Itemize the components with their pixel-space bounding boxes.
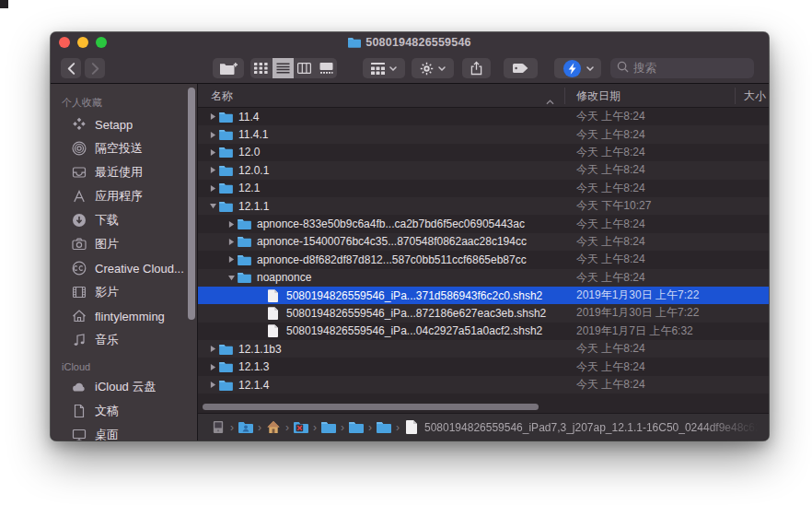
list-row[interactable]: 12.1.1 今天 下午10:27	[198, 197, 769, 215]
path-item-computer[interactable]	[211, 420, 226, 434]
disclosure-open-icon[interactable]	[207, 203, 219, 209]
icon-view-button[interactable]	[250, 58, 273, 78]
disclosure-closed-icon[interactable]	[207, 148, 219, 157]
search-field[interactable]	[610, 58, 754, 78]
list-row[interactable]: 12.1 今天 上午8:24	[198, 180, 769, 197]
list-row[interactable]: 5080194826559546_iPa...872186e627eac3eb.…	[198, 304, 769, 322]
sidebar-item-pictures[interactable]: 图片	[51, 232, 197, 256]
sidebar-item-label: Creative Cloud...	[95, 262, 184, 276]
desktop-icon	[71, 428, 87, 440]
disclosure-closed-icon[interactable]	[207, 184, 219, 193]
list-row[interactable]: 12.1.4 今天 上午8:24	[198, 376, 769, 393]
sidebar-item-home[interactable]: flintylemming	[51, 304, 197, 328]
column-view-button[interactable]	[294, 58, 316, 78]
row-name: 11.4.1	[238, 128, 268, 141]
zoom-button[interactable]	[96, 37, 107, 48]
back-button[interactable]	[61, 58, 81, 78]
disclosure-closed-icon[interactable]	[226, 255, 238, 264]
path-item-filename: 5080194826559546_iPad7,3_j207ap_12.1.1-1…	[424, 421, 761, 434]
disclosure-closed-icon[interactable]	[207, 112, 219, 121]
list-row[interactable]: 12.1.1b3 今天 上午8:24	[198, 340, 769, 358]
list-view-button[interactable]	[273, 58, 295, 78]
new-folder-button[interactable]	[213, 58, 244, 78]
title-bar[interactable]: 5080194826559546	[51, 32, 769, 53]
sidebar-item-label: 应用程序	[95, 188, 143, 205]
path-item-folder-2[interactable]	[349, 420, 364, 434]
share-button[interactable]	[462, 58, 491, 78]
list-row[interactable]: 5080194826559546_iPa...04c2927a51a0acf2.…	[198, 323, 769, 340]
list-row[interactable]: 12.0 今天 上午8:24	[198, 144, 769, 161]
list-row[interactable]: apnonce-15400076bc4c35...870548f0862aac2…	[198, 233, 769, 251]
column-header-name[interactable]: 名称	[211, 88, 233, 104]
sidebar-item-applications[interactable]: 应用程序	[51, 184, 197, 208]
row-date-modified: 今天 下午10:27	[576, 198, 651, 214]
list-row[interactable]: 11.4.1 今天 上午8:24	[198, 125, 769, 143]
column-header-date-modified[interactable]: 修改日期	[576, 88, 621, 104]
window-title-group: 5080194826559546	[348, 36, 470, 49]
search-input[interactable]	[633, 62, 748, 75]
list-row[interactable]: apnonce-833e50b9c6a4fb...ca2b7bd6f5ec069…	[198, 215, 769, 232]
tag-icon	[512, 63, 529, 74]
sidebar-item-icloud-drive[interactable]: iCloud 云盘	[51, 375, 197, 399]
creative-cloud-icon	[71, 261, 87, 276]
path-item-users[interactable]	[238, 420, 253, 434]
path-item-app-folder[interactable]	[294, 420, 308, 434]
disclosure-closed-icon[interactable]	[207, 363, 219, 371]
tag-button[interactable]	[504, 58, 538, 78]
row-date-modified: 今天 上午8:24	[576, 109, 645, 124]
minimize-button[interactable]	[77, 37, 88, 48]
disclosure-open-icon[interactable]	[226, 275, 238, 281]
disclosure-closed-icon[interactable]	[226, 238, 238, 246]
action-menu-button[interactable]	[412, 58, 454, 78]
gallery-view-button[interactable]	[316, 58, 338, 78]
disclosure-closed-icon[interactable]	[207, 131, 219, 139]
badged-folder-icon	[294, 420, 308, 434]
window-title: 5080194826559546	[365, 36, 470, 49]
disclosure-closed-icon[interactable]	[207, 345, 219, 353]
list-row[interactable]: 12.0.1 今天 上午8:24	[198, 161, 769, 179]
column-divider[interactable]	[735, 88, 736, 104]
sidebar-item-desktop[interactable]: 桌面	[51, 423, 197, 440]
path-separator: ›	[258, 421, 261, 434]
column-header-size[interactable]: 大小	[744, 88, 766, 104]
path-item-folder-3[interactable]	[377, 420, 391, 434]
sidebar-scrollbar-thumb[interactable]	[188, 88, 195, 320]
list-row[interactable]: 11.4 今天 上午8:24	[198, 108, 769, 125]
sidebar-item-creative-cloud[interactable]: Creative Cloud...	[51, 256, 197, 280]
horizontal-scrollbar-thumb[interactable]	[203, 404, 539, 410]
disclosure-closed-icon[interactable]	[207, 381, 219, 389]
search-icon	[617, 60, 629, 76]
chevron-right-icon	[91, 63, 99, 75]
folder-icon	[349, 420, 364, 434]
list-row[interactable]: 5080194826559546_iPa...371d586943f6c2c0.…	[198, 287, 769, 304]
users-folder-icon	[238, 420, 253, 434]
list-row[interactable]: apnonce-d8f682df87d812...587c0bb511ccf68…	[198, 251, 769, 268]
file-list: 11.4 今天 上午8:24 11.4.1 今天 上午8:24 12.0 今天 …	[198, 108, 769, 402]
folder-icon	[219, 129, 235, 140]
disclosure-closed-icon[interactable]	[207, 166, 219, 174]
sidebar-item-airdrop[interactable]: 隔空投送	[51, 136, 197, 160]
path-item-folder-1[interactable]	[321, 420, 336, 434]
folder-icon	[219, 380, 235, 391]
sidebar-item-downloads[interactable]: 下载	[51, 208, 197, 232]
path-item-file[interactable]: 5080194826559546_iPad7,3_j207ap_12.1.1-1…	[404, 420, 761, 434]
extension-app-button[interactable]	[554, 58, 601, 78]
column-divider[interactable]	[564, 88, 565, 104]
list-row[interactable]: noapnonce 今天 上午8:24	[198, 269, 769, 287]
sidebar-item-recents[interactable]: 最近使用	[51, 160, 197, 184]
close-button[interactable]	[59, 37, 70, 48]
disclosure-closed-icon[interactable]	[226, 220, 238, 229]
airdrop-icon	[71, 141, 87, 156]
group-by-button[interactable]	[363, 58, 405, 78]
forward-button[interactable]	[85, 58, 105, 78]
folder-icon	[238, 254, 253, 265]
row-date-modified: 今天 上午8:24	[576, 359, 645, 375]
list-row[interactable]: 12.1.3 今天 上午8:24	[198, 358, 769, 375]
sidebar-item-movies[interactable]: 影片	[51, 280, 197, 304]
sidebar-item-setapp[interactable]: Setapp	[51, 112, 197, 136]
sidebar-item-documents[interactable]: 文稿	[51, 399, 197, 423]
path-item-home[interactable]	[266, 420, 281, 434]
folder-icon	[219, 112, 235, 123]
file-browser: 名称 修改日期 大小 11.4 今天 上午8:24 11.4.1 今天 上午8:…	[198, 84, 769, 440]
sidebar-item-music[interactable]: 音乐	[51, 328, 197, 352]
